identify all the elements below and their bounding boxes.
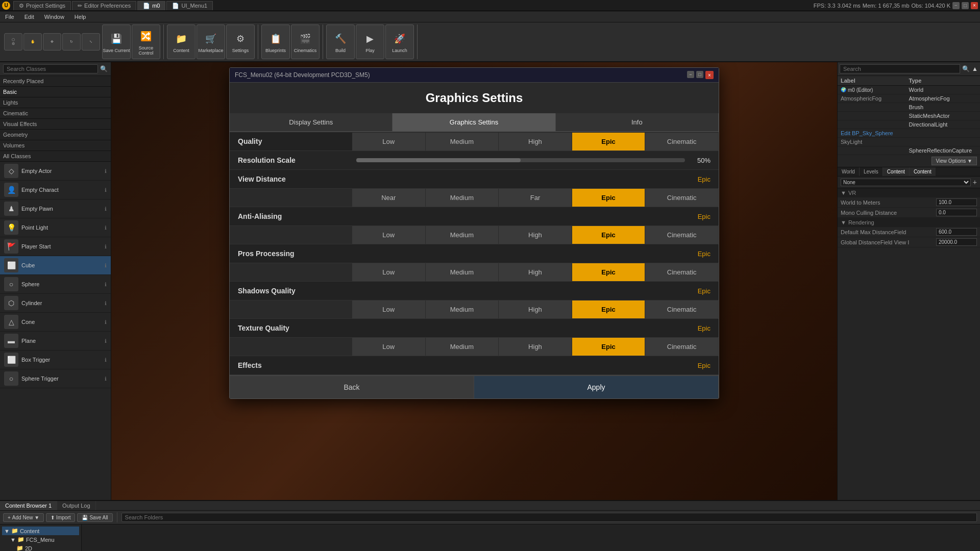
item-point-light[interactable]: 💡 Point Light ℹ: [0, 218, 111, 237]
folder-search-input[interactable]: [121, 513, 977, 522]
item-plane[interactable]: ▬ Plane ℹ: [0, 332, 111, 350]
section-visual-effects[interactable]: Visual Effects: [0, 119, 111, 130]
rotate-tool[interactable]: ↻: [62, 33, 81, 51]
move-tool[interactable]: ✥: [43, 33, 61, 51]
window-close[interactable]: ×: [971, 2, 978, 9]
tex-medium[interactable]: Medium: [426, 338, 499, 356]
section-lights[interactable]: Lights: [0, 97, 111, 108]
section-volumes[interactable]: Volumes: [0, 140, 111, 151]
transform-tool[interactable]: ⬡⚙: [4, 33, 22, 51]
tab-info[interactable]: Info: [556, 113, 719, 131]
blueprints-button[interactable]: 📋 Blueprints: [261, 24, 290, 59]
tab-m0[interactable]: 📄 m0: [137, 1, 165, 10]
vd-medium[interactable]: Medium: [426, 189, 499, 207]
item-sphere[interactable]: ○ Sphere ℹ: [0, 275, 111, 294]
aa-epic[interactable]: Epic: [572, 226, 646, 244]
item-cube[interactable]: ⬜ Cube ℹ: [0, 256, 111, 275]
vr-section-header[interactable]: ▼ VR: [838, 188, 980, 197]
right-search-input[interactable]: [840, 64, 960, 73]
sphere-reflection-entry[interactable]: SphereReflectionCapture: [838, 146, 980, 155]
import-button[interactable]: ⬆ Import: [46, 513, 75, 522]
item-empty-character[interactable]: 👤 Empty Charact ℹ: [0, 181, 111, 199]
item-sphere-trigger[interactable]: ○ Sphere Trigger ℹ: [0, 369, 111, 388]
vd-near[interactable]: Near: [352, 189, 426, 207]
tex-low[interactable]: Low: [352, 338, 426, 356]
item-empty-actor[interactable]: ◇ Empty Actor ℹ: [0, 162, 111, 181]
atmospheric-fog-entry[interactable]: AtmosphericFog AtmosphericFog: [838, 94, 980, 103]
none-dropdown[interactable]: None: [841, 179, 971, 186]
tex-high[interactable]: High: [499, 338, 572, 356]
rendering-section-header[interactable]: ▼ Rendering: [838, 218, 980, 227]
tex-epic[interactable]: Epic: [572, 338, 646, 356]
world-entry[interactable]: 🌍 m0 (Editor) World: [838, 86, 980, 94]
shadow-cinematic[interactable]: Cinematic: [645, 300, 719, 318]
quality-low[interactable]: Low: [352, 133, 426, 151]
modal-close-button[interactable]: ×: [705, 71, 714, 79]
cinematics-button[interactable]: 🎬 Cinematics: [291, 24, 320, 59]
tab-content-1[interactable]: Content: [883, 167, 910, 176]
vd-cinematic[interactable]: Cinematic: [645, 189, 719, 207]
section-geometry[interactable]: Geometry: [0, 130, 111, 140]
window-maximize[interactable]: □: [962, 2, 969, 9]
save-current-button[interactable]: 💾 Save Current: [102, 24, 131, 59]
tab-display-settings[interactable]: Display Settins: [230, 113, 393, 131]
tab-editor-prefs[interactable]: ✏ Editor Preferences: [72, 1, 136, 10]
pp-low[interactable]: Low: [352, 263, 426, 281]
pp-epic[interactable]: Epic: [572, 263, 646, 281]
pp-cinematic[interactable]: Cinematic: [645, 263, 719, 281]
item-box-trigger[interactable]: ⬜ Box Trigger ℹ: [0, 350, 111, 369]
back-button[interactable]: Back: [230, 376, 474, 398]
static-mesh-entry[interactable]: StaticMeshActor: [838, 112, 980, 120]
shadow-epic[interactable]: Epic: [572, 300, 646, 318]
aa-high[interactable]: High: [499, 226, 572, 244]
skylight-entry[interactable]: SkyLight: [838, 138, 980, 146]
vd-far[interactable]: Far: [499, 189, 572, 207]
quality-cinematic[interactable]: Cinematic: [645, 133, 719, 151]
tab-content-2[interactable]: Content: [910, 167, 936, 176]
folder-2d[interactable]: 📁 2D: [14, 544, 79, 551]
item-empty-pawn[interactable]: ♟ Empty Pawn ℹ: [0, 199, 111, 218]
modal-minimize[interactable]: −: [687, 71, 694, 78]
brush-entry[interactable]: Brush: [838, 103, 980, 112]
aa-low[interactable]: Low: [352, 226, 426, 244]
launch-button[interactable]: 🚀 Launch: [385, 24, 414, 59]
source-control-button[interactable]: 🔀 Source Control: [132, 24, 160, 59]
aa-medium[interactable]: Medium: [426, 226, 499, 244]
view-options-button[interactable]: View Options ▼: [932, 157, 977, 165]
window-minimize[interactable]: −: [952, 2, 960, 9]
content-button[interactable]: 📁 Content: [167, 24, 195, 59]
pp-high[interactable]: High: [499, 263, 572, 281]
tab-graphics-settings[interactable]: Graphics Settins: [393, 113, 555, 131]
search-input[interactable]: [3, 64, 98, 73]
apply-button[interactable]: Apply: [474, 376, 719, 398]
directional-light-entry[interactable]: DirectionalLight: [838, 120, 980, 129]
section-all-classes[interactable]: All Classes: [0, 151, 111, 162]
item-player-start[interactable]: 🚩 Player Start ℹ: [0, 237, 111, 256]
modal-maximize[interactable]: □: [696, 71, 703, 78]
tab-levels[interactable]: Levels: [860, 167, 883, 176]
folder-content[interactable]: ▼ 📁 Content: [2, 527, 79, 535]
max-distance-input[interactable]: [936, 228, 977, 236]
play-button[interactable]: ▶ Play: [356, 24, 384, 59]
tex-cinematic[interactable]: Cinematic: [645, 338, 719, 356]
menu-window[interactable]: Window: [42, 13, 66, 21]
menu-file[interactable]: File: [3, 13, 16, 21]
quality-high[interactable]: High: [499, 133, 572, 151]
build-button[interactable]: 🔨 Build: [326, 24, 355, 59]
section-cinematic[interactable]: Cinematic: [0, 108, 111, 119]
viewport[interactable]: FCS_Menu02 (64-bit Development PCD3D_SM5…: [111, 62, 837, 500]
menu-help[interactable]: Help: [72, 13, 88, 21]
tab-project-settings[interactable]: ⚙ Project Settings: [13, 1, 71, 10]
resolution-bar-container[interactable]: [352, 153, 689, 167]
tab-ui-menu[interactable]: 📄 UI_Menu1: [166, 1, 213, 10]
shadow-medium[interactable]: Medium: [426, 300, 499, 318]
world-to-meters-input[interactable]: [936, 198, 977, 206]
section-basic[interactable]: Basic: [0, 87, 111, 97]
marketplace-button[interactable]: 🛒 Marketplace: [197, 24, 225, 59]
vd-epic[interactable]: Epic: [572, 189, 646, 207]
settings-button[interactable]: ⚙ Settings: [226, 24, 255, 59]
tab-output-log[interactable]: Output Log: [57, 501, 95, 510]
tab-world[interactable]: World: [838, 167, 860, 176]
tab-content-browser[interactable]: Content Browser 1: [0, 501, 57, 510]
add-new-button[interactable]: + Add New ▼: [3, 513, 44, 522]
